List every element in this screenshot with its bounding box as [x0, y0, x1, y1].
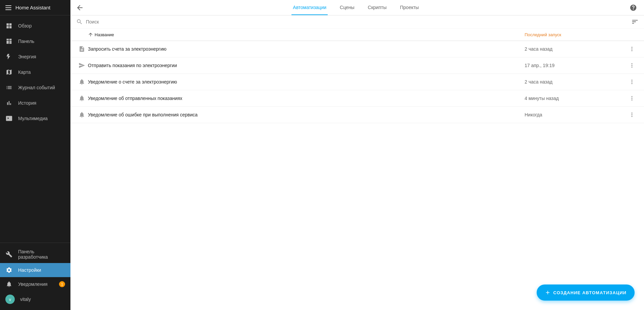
row-lastrun: 17 апр., 19:19	[525, 63, 625, 68]
tab-blueprints[interactable]: Проекты	[399, 0, 420, 15]
sidebar-item-logbook[interactable]: Журнал событий	[0, 80, 70, 95]
row-name: Запросить счета за электроэнергию	[88, 46, 525, 52]
column-lastrun: Последний запуск	[525, 32, 625, 37]
row-more-button[interactable]	[625, 79, 639, 85]
list-icon	[5, 84, 13, 91]
sidebar-item-notifications[interactable]: Уведомления 1	[0, 277, 70, 291]
sidebar-item-overview[interactable]: Обзор	[0, 18, 70, 34]
sidebar-bottom: Панель разработчика Настройки Уведомлени…	[0, 243, 70, 310]
tab-automations[interactable]: Автоматизации	[291, 0, 328, 15]
grid-icon	[5, 22, 13, 30]
table-header: Название Последний запуск	[70, 29, 644, 41]
sidebar-item-settings[interactable]: Настройки	[0, 263, 70, 277]
gear-icon	[5, 266, 13, 274]
tabs-container: Автоматизации Сцены Скрипты Проекты	[92, 0, 620, 15]
topbar-right	[628, 2, 639, 13]
sidebar-item-history[interactable]: История	[0, 95, 70, 111]
row-name: Уведомление об ошибке при выполнения сер…	[88, 112, 525, 117]
media-icon	[5, 115, 13, 122]
column-name[interactable]: Название	[88, 32, 525, 37]
sidebar-nav: Обзор Панель Энергия Карта	[0, 15, 70, 243]
sidebar-item-label: Панель разработчика	[18, 249, 65, 260]
table-row[interactable]: Уведомление о счете за электроэнергию 2 …	[70, 74, 644, 90]
bar-chart-icon	[5, 99, 13, 107]
table-row[interactable]: Уведомление об отправленных показаниях 4…	[70, 90, 644, 107]
sidebar-item-label: Обзор	[18, 23, 32, 29]
sidebar-item-label: Панель	[18, 39, 34, 44]
create-automation-button[interactable]: СОЗДАНИЕ АВТОМАТИЗАЦИИ	[537, 285, 635, 301]
row-lastrun: 4 минуты назад	[525, 96, 625, 101]
sidebar-item-user[interactable]: v vitaly	[0, 291, 70, 307]
sidebar-item-label: Карта	[18, 69, 31, 75]
row-lastrun: 2 часа назад	[525, 79, 625, 85]
sidebar-item-label: vitaly	[20, 297, 31, 302]
row-name: Уведомление о счете за электроэнергию	[88, 79, 525, 85]
sidebar-item-label: Настройки	[18, 267, 41, 273]
sidebar-item-energy[interactable]: Энергия	[0, 49, 70, 64]
sidebar: Home Assistant Обзор Панель Энергия	[0, 0, 70, 310]
sidebar-item-label: Мультимедиа	[18, 116, 48, 121]
menu-icon[interactable]	[5, 5, 11, 10]
search-bar	[70, 15, 644, 29]
sidebar-item-devtools[interactable]: Панель разработчика	[0, 246, 70, 263]
row-icon-bell	[76, 79, 88, 85]
main-content: Автоматизации Сцены Скрипты Проекты	[70, 0, 644, 310]
sidebar-item-panel[interactable]: Панель	[0, 34, 70, 49]
panel-icon	[5, 38, 13, 45]
sidebar-item-label: Журнал событий	[18, 85, 55, 90]
row-lastrun: Никогда	[525, 112, 625, 117]
row-more-button[interactable]	[625, 111, 639, 118]
avatar: v	[5, 295, 15, 304]
help-button[interactable]	[628, 2, 639, 13]
search-icon	[76, 18, 83, 25]
tab-scripts[interactable]: Скрипты	[367, 0, 388, 15]
sidebar-item-map[interactable]: Карта	[0, 64, 70, 80]
table-row[interactable]: Уведомление об ошибке при выполнения сер…	[70, 107, 644, 123]
sidebar-item-label: Энергия	[18, 54, 36, 59]
sidebar-item-label: История	[18, 100, 36, 106]
table-row[interactable]: Запросить счета за электроэнергию 2 часа…	[70, 41, 644, 57]
bolt-icon	[5, 53, 13, 60]
row-icon-send	[76, 62, 88, 69]
row-more-button[interactable]	[625, 95, 639, 102]
sidebar-item-media[interactable]: Мультимедиа	[0, 111, 70, 126]
app-title: Home Assistant	[15, 5, 50, 10]
row-icon-bell	[76, 111, 88, 118]
topbar: Автоматизации Сцены Скрипты Проекты	[70, 0, 644, 15]
row-name: Уведомление об отправленных показаниях	[88, 96, 525, 101]
row-more-button[interactable]	[625, 46, 639, 52]
tab-scenes[interactable]: Сцены	[338, 0, 356, 15]
row-lastrun: 2 часа назад	[525, 46, 625, 52]
search-input[interactable]	[86, 19, 629, 24]
notification-badge: 1	[59, 281, 65, 287]
bell-icon	[5, 280, 13, 288]
sidebar-item-label: Уведомления	[18, 281, 48, 287]
row-more-button[interactable]	[625, 62, 639, 69]
table-row[interactable]: Отправить показания по электроэнергии 17…	[70, 57, 644, 74]
back-button[interactable]	[76, 4, 84, 12]
filter-button[interactable]	[631, 18, 639, 25]
map-icon	[5, 68, 13, 76]
wrench-icon	[5, 251, 13, 258]
sidebar-header: Home Assistant	[0, 0, 70, 15]
table-container: Название Последний запуск Запросить счет…	[70, 29, 644, 310]
row-icon-file	[76, 46, 88, 52]
row-name: Отправить показания по электроэнергии	[88, 63, 525, 68]
row-icon-bell	[76, 95, 88, 102]
